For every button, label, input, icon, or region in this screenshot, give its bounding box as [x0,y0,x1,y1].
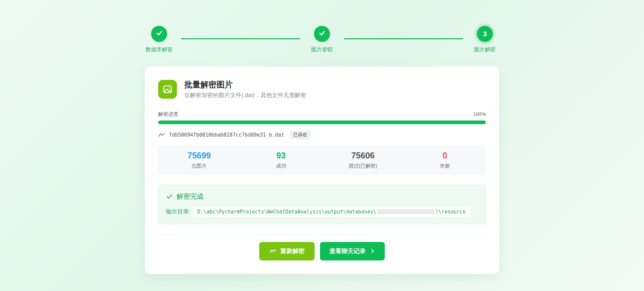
stepper-connector [344,38,463,39]
stepper: 数据库解密 图片密钥 3 图片解密 [145,26,499,53]
activity-icon [158,132,165,138]
step-number: 3 [483,30,487,38]
stat-value: 75699 [158,151,240,160]
output-path-row: 输出目录: D:\abc\PycharmProjects\WeChatDataA… [166,207,478,217]
card-title: 批量解密图片 [184,80,306,90]
step-done-circle [314,26,330,42]
step-label: 图片密钥 [311,46,333,53]
result-panel: 解密完成 输出目录: D:\abc\PycharmProjects\WeChat… [158,185,486,224]
activity-icon [269,248,277,254]
stat-value: 0 [404,151,486,160]
output-path-prefix: D:\abc\PycharmProjects\WeChatDataAnalysi… [197,209,376,215]
stat-success: 93 成功 [240,151,322,169]
stat-label: 成功 [240,163,322,169]
card-subtitle: 仅解密加密的图片文件(.dat)，其他文件无需解密 [184,91,306,99]
card-header: 批量解密图片 仅解密加密的图片文件(.dat)，其他文件无需解密 [158,80,486,99]
file-exists-badge: 已存在 [290,131,311,139]
check-icon [318,29,326,39]
step-image-decrypt: 3 图片解密 [470,26,499,53]
progress-label: 解密进度 [158,111,178,117]
redecrypt-button-label: 重新解密 [280,247,305,255]
stat-label: 总图片 [158,163,240,169]
progress-percent: 100% [473,111,486,117]
card-header-text: 批量解密图片 仅解密加密的图片文件(.dat)，其他文件无需解密 [184,80,306,99]
image-icon [158,80,177,99]
stepper-connector [181,38,300,39]
check-icon [155,29,163,39]
current-file-name: fdb50694fb0010bbab8187cc7bd09e31_b.dat [169,132,284,138]
progress-bar [158,120,486,124]
view-chat-history-button[interactable]: 查看聊天记录 [320,242,385,260]
divider [158,234,486,235]
chevron-right-icon [369,248,375,254]
action-buttons: 重新解密 查看聊天记录 [158,242,486,260]
step-database-decrypt: 数据库解密 [145,26,174,53]
stat-skipped: 75606 跳过(已解密) [322,151,404,169]
check-icon [166,193,173,200]
result-header: 解密完成 [166,192,478,201]
stat-label: 失败 [404,163,486,169]
step-image-key: 图片密钥 [308,26,336,53]
output-path-suffix: !\resource [435,209,466,215]
step-active-circle: 3 [477,26,493,42]
stat-failed: 0 失败 [404,151,486,169]
output-path-value: D:\abc\PycharmProjects\WeChatDataAnalysi… [193,207,470,217]
redacted-path-segment [377,209,435,214]
view-chat-history-button-label: 查看聊天记录 [329,247,366,255]
stats-panel: 75699 总图片 93 成功 75606 跳过(已解密) 0 失败 [158,145,486,175]
progress-header: 解密进度 100% [158,111,486,117]
stat-value: 93 [240,151,322,160]
output-dir-label: 输出目录: [166,208,190,215]
stat-label: 跳过(已解密) [322,163,404,169]
stat-total-images: 75699 总图片 [158,151,240,169]
page: 数据库解密 图片密钥 3 图片解密 [145,0,499,274]
step-label: 图片解密 [474,46,496,53]
step-done-circle [151,26,167,42]
redecrypt-button[interactable]: 重新解密 [259,242,315,260]
progress-bar-fill [158,120,486,124]
decrypt-card: 批量解密图片 仅解密加密的图片文件(.dat)，其他文件无需解密 解密进度 10… [145,66,499,274]
step-label: 数据库解密 [146,46,173,53]
current-file-row: fdb50694fb0010bbab8187cc7bd09e31_b.dat 已… [158,131,486,139]
stat-value: 75606 [322,151,404,160]
result-status: 解密完成 [177,192,203,201]
